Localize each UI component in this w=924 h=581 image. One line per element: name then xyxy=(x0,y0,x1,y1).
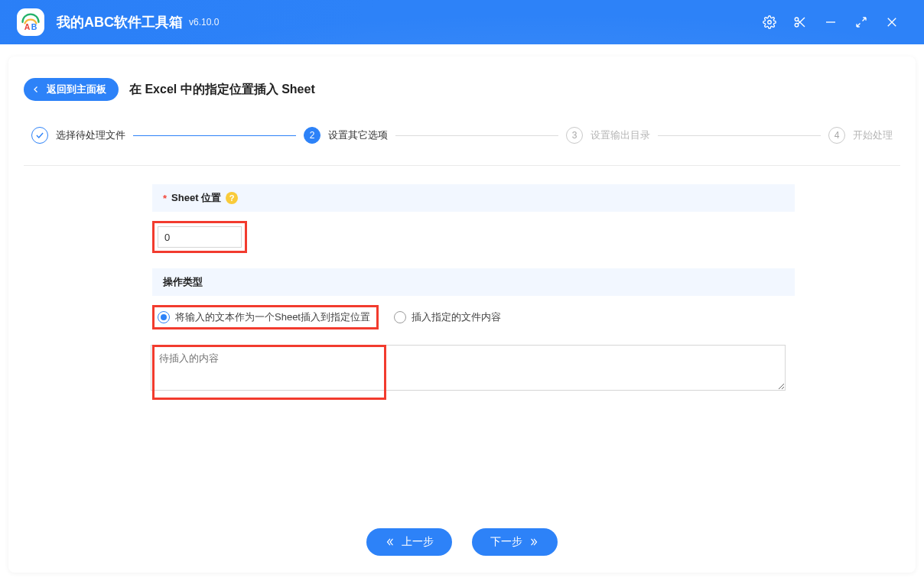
svg-text:A: A xyxy=(24,22,31,31)
back-button-label: 返回到主面板 xyxy=(47,83,106,96)
form-content: * Sheet 位置 ? 操作类型 将输入的文本作为一个Sheet插入到指定位置 xyxy=(24,166,900,522)
step-2: 2 设置其它选项 xyxy=(304,127,388,144)
prev-button-label: 上一步 xyxy=(402,535,434,549)
step-number: 2 xyxy=(304,127,320,144)
section-header-operation-type: 操作类型 xyxy=(152,268,795,296)
hint-icon[interactable]: ? xyxy=(226,192,238,204)
minimize-icon xyxy=(824,15,838,29)
radio-label: 插入指定的文件内容 xyxy=(412,310,501,324)
radio-group: 将输入的文本作为一个Sheet插入到指定位置 插入指定的文件内容 xyxy=(152,305,795,329)
step-1: 选择待处理文件 xyxy=(31,127,125,144)
settings-button[interactable] xyxy=(754,7,785,37)
next-button-label: 下一步 xyxy=(490,535,522,549)
step-3: 3 设置输出目录 xyxy=(566,127,650,144)
maximize-button[interactable] xyxy=(846,7,877,37)
app-window: A B 我的ABC软件工具箱 v6.10.0 返回到主面板 xyxy=(0,0,924,581)
section-label: 操作类型 xyxy=(163,275,203,289)
radio-icon xyxy=(158,311,170,323)
title-bar: A B 我的ABC软件工具箱 v6.10.0 xyxy=(0,0,924,44)
svg-point-3 xyxy=(795,18,799,21)
highlight-box xyxy=(152,221,247,253)
app-logo: A B xyxy=(17,8,44,36)
minimize-button[interactable] xyxy=(815,7,846,37)
prev-button[interactable]: 上一步 xyxy=(366,528,452,556)
step-connector xyxy=(133,135,296,136)
svg-point-2 xyxy=(768,21,772,24)
sheet-position-input[interactable] xyxy=(158,226,242,248)
radio-option-insert-text[interactable]: 将输入的文本作为一个Sheet插入到指定位置 xyxy=(158,310,370,324)
maximize-icon xyxy=(854,15,868,29)
app-version: v6.10.0 xyxy=(189,17,219,28)
step-label: 开始处理 xyxy=(853,128,893,142)
svg-text:B: B xyxy=(31,22,37,31)
close-icon xyxy=(885,15,899,29)
check-icon xyxy=(31,127,48,144)
radio-icon xyxy=(394,311,406,323)
step-number: 4 xyxy=(828,127,845,144)
svg-point-4 xyxy=(795,24,799,28)
close-button[interactable] xyxy=(877,7,907,37)
step-label: 设置输出目录 xyxy=(591,128,650,142)
section-label: Sheet 位置 xyxy=(171,191,221,205)
scissors-button[interactable] xyxy=(785,7,815,37)
highlight-box: 将输入的文本作为一个Sheet插入到指定位置 xyxy=(152,305,379,329)
required-marker: * xyxy=(163,193,167,204)
radio-option-insert-file[interactable]: 插入指定的文件内容 xyxy=(394,310,501,324)
step-label: 设置其它选项 xyxy=(328,128,388,142)
breadcrumb: 返回到主面板 在 Excel 中的指定位置插入 Sheet xyxy=(24,78,900,101)
chevron-double-right-icon xyxy=(529,537,539,547)
next-button[interactable]: 下一步 xyxy=(472,528,558,556)
step-connector xyxy=(658,135,821,136)
textarea-container xyxy=(152,345,795,394)
scissors-icon xyxy=(793,15,807,29)
step-number: 3 xyxy=(566,127,583,144)
step-connector xyxy=(395,135,558,136)
section-header-sheet-position: * Sheet 位置 ? xyxy=(152,184,795,212)
stepper: 选择待处理文件 2 设置其它选项 3 设置输出目录 4 开始处理 xyxy=(31,127,893,144)
radio-label: 将输入的文本作为一个Sheet插入到指定位置 xyxy=(175,310,370,324)
page-title: 在 Excel 中的指定位置插入 Sheet xyxy=(129,82,315,98)
chevron-left-icon xyxy=(31,85,41,94)
footer-nav: 上一步 下一步 xyxy=(24,522,900,556)
main-card: 返回到主面板 在 Excel 中的指定位置插入 Sheet 选择待处理文件 2 … xyxy=(8,57,916,573)
step-label: 选择待处理文件 xyxy=(56,128,125,142)
app-title: 我的ABC软件工具箱 xyxy=(57,13,183,31)
gear-icon xyxy=(763,15,776,29)
back-button[interactable]: 返回到主面板 xyxy=(24,78,119,101)
step-4: 4 开始处理 xyxy=(828,127,893,144)
chevron-double-left-icon xyxy=(385,537,395,547)
insert-content-textarea[interactable] xyxy=(151,345,786,391)
